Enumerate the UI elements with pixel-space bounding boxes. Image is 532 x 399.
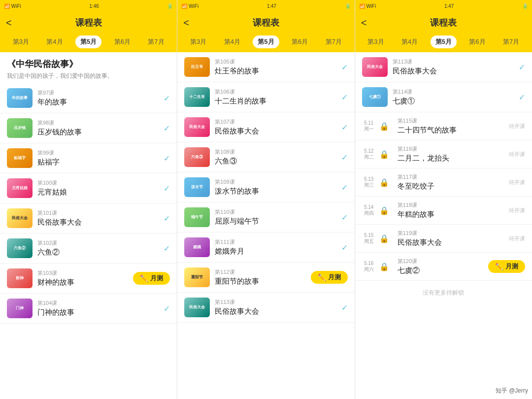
lesson-number: 第101课 bbox=[37, 209, 160, 217]
tab-3-april[interactable]: 第4月 bbox=[397, 35, 423, 48]
tab-1-march[interactable]: 第3月 bbox=[8, 35, 34, 48]
lesson-thumb: 民俗大会 bbox=[362, 57, 388, 77]
list-item[interactable]: 民俗大会 第101课 民俗故事大会 ✓ bbox=[0, 203, 177, 233]
date-label: 5.11周一 bbox=[362, 120, 376, 133]
tab-1-april[interactable]: 第4月 bbox=[41, 35, 67, 48]
lesson-name: 压岁钱的故事 bbox=[37, 128, 160, 137]
lesson-name: 民俗故事大会 bbox=[215, 127, 337, 136]
tab-2-april[interactable]: 第4月 bbox=[219, 35, 245, 48]
lesson-info: 第100课 元宵姑娘 bbox=[37, 179, 160, 197]
monthly-badge[interactable]: ✏️ 月测 bbox=[133, 272, 170, 285]
header-1: < 课程表 bbox=[0, 12, 177, 33]
date-label: 5.14周四 bbox=[362, 204, 376, 217]
date-label: 5.16周六 bbox=[362, 261, 376, 273]
list-item[interactable]: 六鱼② 第102课 六鱼② ✓ bbox=[0, 233, 177, 264]
date-label: 5.15周五 bbox=[362, 233, 376, 245]
list-item[interactable]: 财神 第103课 财神的故事 ✏️ 月测 bbox=[0, 264, 177, 294]
lesson-name: 民俗故事大会 bbox=[398, 238, 507, 247]
battery-3: 🔋 bbox=[522, 3, 528, 9]
time-2: 1:47 bbox=[267, 3, 276, 9]
lesson-number: 第108课 bbox=[215, 148, 337, 156]
lesson-number: 第113课 bbox=[215, 299, 337, 306]
bottom-note: 没有更多待解锁 bbox=[355, 281, 532, 305]
list-item[interactable]: 元宵姑娘 第100课 元宵姑娘 ✓ bbox=[0, 173, 177, 203]
lesson-thumb: 嫦娥 bbox=[184, 237, 210, 257]
lesson-name: 门神的故事 bbox=[37, 308, 160, 317]
lesson-thumb: 贴福字 bbox=[7, 148, 33, 168]
lesson-name: 年的故事 bbox=[37, 98, 160, 107]
lesson-number: 第98课 bbox=[37, 119, 160, 127]
lesson-info: 第104课 门神的故事 bbox=[37, 299, 160, 317]
lesson-number: 第109课 bbox=[215, 178, 337, 186]
lesson-thumb: 元宵姑娘 bbox=[7, 178, 33, 198]
lock-icon: 🔒 bbox=[379, 149, 390, 160]
list-item[interactable]: 贴福字 第99课 贴福字 ✓ bbox=[0, 143, 177, 173]
lock-icon: 🔒 bbox=[379, 121, 390, 132]
list-item[interactable]: 民俗大会 第107课 民俗故事大会 ✓ bbox=[177, 112, 354, 142]
lesson-name: 民俗故事大会 bbox=[37, 218, 160, 227]
pending-label: 待开课 bbox=[509, 207, 525, 214]
tab-1-june[interactable]: 第6月 bbox=[109, 35, 135, 48]
check-icon: ✓ bbox=[519, 93, 525, 102]
signal-2: 📶 WiFi bbox=[181, 3, 199, 9]
list-item[interactable]: 压岁钱 第98课 压岁钱的故事 ✓ bbox=[0, 113, 177, 143]
list-item[interactable]: 灶王爷 第105课 灶王爷的故事 ✓ bbox=[177, 52, 354, 82]
list-item[interactable]: 民俗大会 第113课 民俗故事大会 ✓ bbox=[355, 52, 532, 82]
pencil-icon: ✏️ bbox=[318, 273, 326, 281]
lesson-thumb: 民俗大会 bbox=[184, 117, 210, 137]
lesson-number: 第114课 bbox=[393, 88, 515, 96]
header-title-3: 课程表 bbox=[430, 17, 457, 29]
tab-2-july[interactable]: 第7月 bbox=[321, 35, 347, 48]
tab-3-may[interactable]: 第5月 bbox=[431, 35, 457, 48]
lesson-name: 贴福字 bbox=[37, 158, 160, 167]
lesson-thumb: 年的故事 bbox=[7, 88, 33, 108]
panel-1: 📶 WiFi 1:46 🔋 < 课程表 第3月 第4月 第5月 第6月 第7月 … bbox=[0, 0, 177, 399]
list-item[interactable]: 门神 第104课 门神的故事 ✓ bbox=[0, 294, 177, 324]
monthly-badge[interactable]: ✏️ 月测 bbox=[311, 271, 348, 284]
tab-1-may[interactable]: 第5月 bbox=[75, 35, 101, 48]
list-item[interactable]: 泼水节 第109课 泼水节的故事 ✓ bbox=[177, 172, 354, 202]
list-item: 5.14周四 🔒 第118课 年糕的故事 待开课 bbox=[355, 197, 532, 225]
lesson-name: 嫦娥奔月 bbox=[215, 247, 337, 256]
check-icon: ✓ bbox=[164, 124, 170, 133]
lock-icon: 🔒 bbox=[379, 261, 390, 272]
tab-2-may[interactable]: 第5月 bbox=[253, 35, 279, 48]
monthly-badge[interactable]: ✏️ 月测 bbox=[488, 260, 525, 273]
lesson-thumb: 十二生肖 bbox=[184, 87, 210, 107]
header-title-2: 课程表 bbox=[253, 17, 279, 29]
tab-3-july[interactable]: 第7月 bbox=[498, 35, 524, 48]
tab-3-june[interactable]: 第6月 bbox=[464, 35, 490, 48]
lesson-info: 第118课 年糕的故事 bbox=[398, 201, 507, 219]
list-item[interactable]: 七虞① 第114课 七虞① ✓ bbox=[355, 82, 532, 112]
tab-3-march[interactable]: 第3月 bbox=[363, 35, 389, 48]
check-icon: ✓ bbox=[164, 154, 170, 163]
back-button-3[interactable]: < bbox=[361, 17, 367, 29]
lesson-number: 第113课 bbox=[393, 58, 515, 66]
list-item[interactable]: 民俗大会 第113课 民俗故事大会 ✓ bbox=[177, 293, 354, 323]
lesson-thumb: 灶王爷 bbox=[184, 57, 210, 77]
back-button-1[interactable]: < bbox=[6, 17, 12, 29]
lesson-info: 第105课 灶王爷的故事 bbox=[215, 58, 337, 76]
list-item: 5.16周六 🔒 第120课 七虞② ✏️ 月测 bbox=[355, 253, 532, 281]
lesson-info: 第111课 嫦娥奔月 bbox=[215, 238, 337, 256]
date-label: 5.12周二 bbox=[362, 148, 376, 161]
lesson-name: 元宵姑娘 bbox=[37, 188, 160, 197]
list-item[interactable]: 六鱼③ 第108课 六鱼③ ✓ bbox=[177, 142, 354, 172]
tab-2-march[interactable]: 第3月 bbox=[185, 35, 211, 48]
tab-2-june[interactable]: 第6月 bbox=[287, 35, 313, 48]
list-item[interactable]: 十二生肖 第106课 十二生肖的故事 ✓ bbox=[177, 82, 354, 112]
pending-label: 待开课 bbox=[509, 179, 525, 186]
list-item[interactable]: 年的故事 第97课 年的故事 ✓ bbox=[0, 83, 177, 113]
lesson-name: 二十四节气的故事 bbox=[398, 126, 507, 135]
monthly-label: 月测 bbox=[150, 274, 163, 283]
list-item[interactable]: 端午节 第110课 屈原与端午节 ✓ bbox=[177, 202, 354, 233]
pending-label: 待开课 bbox=[509, 123, 525, 130]
status-bar-3: 📶 WiFi 1:47 🔋 bbox=[355, 0, 532, 12]
check-icon: ✓ bbox=[341, 243, 348, 252]
lesson-number: 第117课 bbox=[398, 173, 507, 181]
check-icon: ✓ bbox=[341, 123, 348, 132]
list-item[interactable]: 嫦娥 第111课 嫦娥奔月 ✓ bbox=[177, 233, 354, 263]
list-item[interactable]: 重阳节 第112课 重阳节的故事 ✏️ 月测 bbox=[177, 263, 354, 293]
tab-1-july[interactable]: 第7月 bbox=[143, 35, 169, 48]
back-button-2[interactable]: < bbox=[183, 17, 189, 29]
